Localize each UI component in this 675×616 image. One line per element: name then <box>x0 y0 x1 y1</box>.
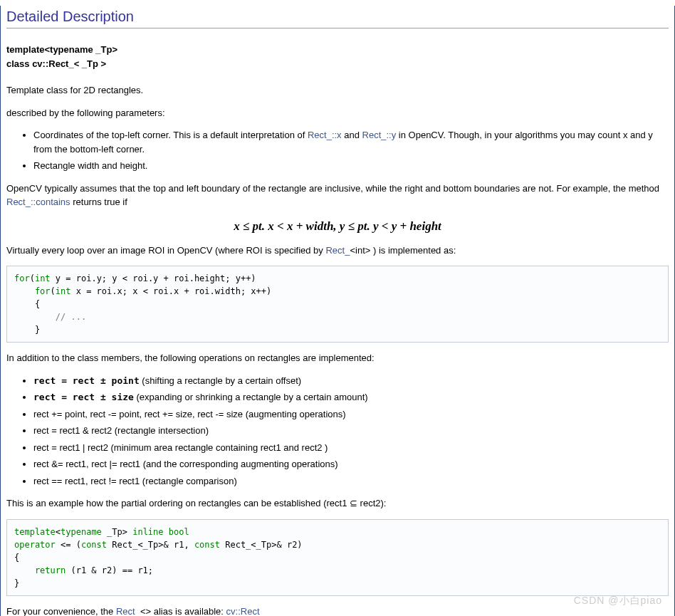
text: <int> <box>350 245 370 256</box>
rect-template-link[interactable]: Rect_ <box>325 245 350 256</box>
t: { <box>14 299 40 309</box>
list-item: Coordinates of the top-left corner. This… <box>33 128 669 156</box>
rect-alias-link[interactable]: Rect_ <box>116 606 140 617</box>
template-line: template<typename _Tp> <box>6 43 669 57</box>
kw: for <box>14 286 51 296</box>
rect-y-link[interactable]: Rect_::y <box>362 130 397 140</box>
bold: rect = rect ± point <box>33 375 140 386</box>
t: < <box>56 527 61 537</box>
para-inclusive: OpenCV typically assumes that the top an… <box>6 182 669 209</box>
text: For your convenience, the <box>6 606 116 617</box>
t: <= ( <box>56 540 81 550</box>
text: rect += point, rect -= point, rect += si… <box>33 409 346 419</box>
text: <> <box>140 606 151 617</box>
text: Virtually every loop over an image ROI i… <box>6 245 325 256</box>
text: rect &= rect1, rect |= rect1 (and the co… <box>33 459 338 469</box>
kw: const <box>194 540 220 550</box>
text: rect2): <box>357 498 386 508</box>
list-item: rect = rect1 | rect2 (minimum area recta… <box>33 441 669 455</box>
math-formula: x ≤ pt. x < x + width, y ≤ pt. y < y + h… <box>6 219 669 234</box>
kw: bool <box>169 527 189 537</box>
doc-container: Detailed Description template<typename _… <box>0 6 675 616</box>
kw: return <box>14 565 66 575</box>
text: alias is available: <box>151 606 226 617</box>
list-item: rect = rect ± point (shifting a rectangl… <box>33 374 669 388</box>
t: } <box>14 578 19 588</box>
text: and <box>342 130 362 140</box>
t: Rect_<_Tp>& r1, <box>107 540 194 550</box>
ops-list: rect = rect ± point (shifting a rectangl… <box>21 374 669 489</box>
bold: rect = rect ± size <box>33 392 134 402</box>
t: } <box>14 325 40 335</box>
cm: // ... <box>14 312 86 322</box>
para-ops: In addition to the class members, the fo… <box>6 351 669 365</box>
kw: int <box>56 286 71 296</box>
section-title: Detailed Description <box>6 6 669 28</box>
kw: int <box>35 273 51 283</box>
para-partial: This is an example how the partial order… <box>6 496 669 511</box>
t: y = roi.y; y < roi.y + roi.height; y++) <box>51 273 256 283</box>
list-item: rect = rect1 & rect2 (rectangle intersec… <box>33 424 669 438</box>
kw: const <box>81 540 107 550</box>
code-loop: for(int y = roi.y; y < roi.y + roi.heigh… <box>6 266 669 343</box>
class-header: template<typename _Tp> class cv::Rect_< … <box>6 43 669 71</box>
rect-x-link[interactable]: Rect_::x <box>308 130 342 140</box>
text: rect == rect1, rect != rect1 (rectangle … <box>33 476 237 486</box>
subset-symbol: ⊆ <box>350 498 357 508</box>
kw: inline <box>132 527 163 537</box>
text: ) is implemented as: <box>370 245 456 256</box>
t <box>164 527 169 537</box>
list-item: rect &= rect1, rect |= rect1 (and the co… <box>33 457 669 471</box>
class-line: class cv::Rect_< _Tp > <box>6 57 669 71</box>
intro-1: Template class for 2D rectangles. <box>6 83 669 98</box>
list-item: rect = rect ± size (expanding or shrinki… <box>33 390 669 404</box>
t: _Tp> <box>102 527 132 537</box>
list-item: rect == rect1, rect != rect1 (rectangle … <box>33 474 669 489</box>
list-item: Rectangle width and height. <box>33 159 669 173</box>
para-loop: Virtually every loop over an image ROI i… <box>6 244 669 258</box>
text: (expanding or shrinking a rectangle by a… <box>134 392 368 402</box>
kw: template <box>14 527 56 537</box>
t: (r1 & r2) == r1; <box>66 565 153 575</box>
text: returns true if <box>70 197 127 207</box>
cv-rect-link[interactable]: cv::Rect <box>226 606 260 617</box>
para-alias: For your convenience, the Rect_<> alias … <box>6 605 669 617</box>
list-item: rect += point, rect -= point, rect += si… <box>33 407 669 422</box>
text: This is an example how the partial order… <box>6 498 350 508</box>
t: { <box>14 553 19 563</box>
t: x = roi.x; x < roi.x + roi.width; x++) <box>71 286 272 296</box>
rect-contains-link[interactable]: Rect_::contains <box>6 197 70 207</box>
text: rect = rect1 & rect2 (rectangle intersec… <box>33 425 209 436</box>
kw: typename <box>61 527 102 537</box>
t: ( <box>51 286 56 296</box>
t: ( <box>30 273 35 283</box>
text: Coordinates of the top-left corner. This… <box>33 130 308 140</box>
kw: for <box>14 273 30 283</box>
code-operator: template<typename _Tp> inline bool opera… <box>6 519 669 596</box>
text: Rectangle width and height. <box>33 160 147 171</box>
text: rect = rect1 | rect2 (minimum area recta… <box>33 442 328 453</box>
text: (shifting a rectangle by a certain offse… <box>140 375 301 386</box>
params-list: Coordinates of the top-left corner. This… <box>21 128 669 173</box>
kw: operator <box>14 540 56 550</box>
text: OpenCV typically assumes that the top an… <box>6 183 659 194</box>
intro-2: described by the following parameters: <box>6 106 669 120</box>
t: Rect_<_Tp>& r2) <box>220 540 303 550</box>
